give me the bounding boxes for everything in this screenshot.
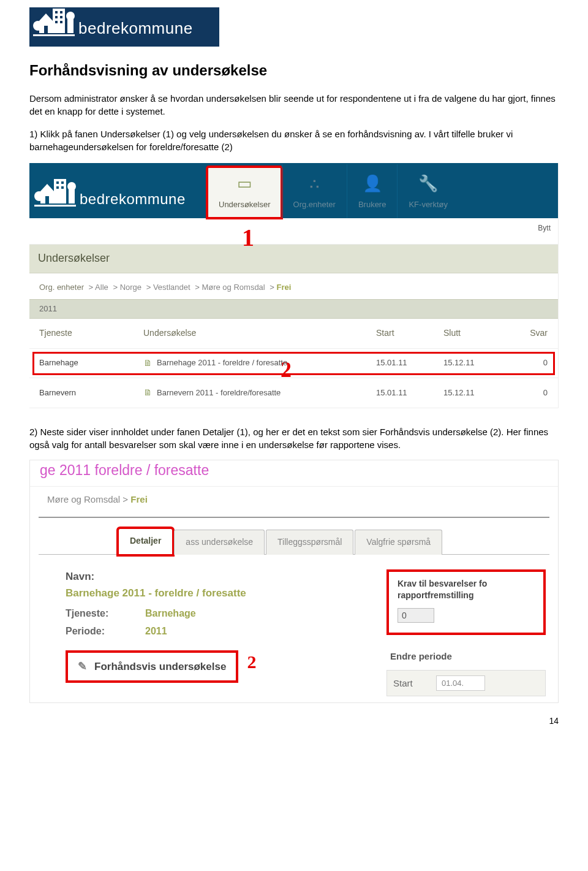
tab-valgfrie[interactable]: Valgfrie spørsmå: [355, 530, 442, 555]
document-icon: 🗎: [143, 357, 152, 370]
svg-point-24: [67, 182, 76, 191]
brand-in-nav: bedrekommune: [29, 178, 207, 218]
svg-point-12: [66, 12, 75, 20]
svg-rect-1: [55, 11, 58, 13]
start-date-input[interactable]: [436, 675, 485, 691]
window-icon: ▭: [237, 172, 252, 194]
svg-rect-15: [56, 181, 59, 184]
tab-kfverktoy[interactable]: 🔧 KF-verktøy: [397, 164, 459, 218]
user-icon: 👤: [363, 172, 382, 194]
tab-detaljer[interactable]: Detaljer 1: [118, 528, 173, 555]
paragraph-1: Dersom administrator ønsker å se hvordan…: [29, 92, 559, 118]
detail-panel: Navn: Barnehage 2011 - foreldre / foresa…: [30, 555, 558, 702]
tab-tillegg[interactable]: Tilleggsspørsmål: [266, 530, 353, 555]
survey-link[interactable]: 🗎 Barnehage 2011 - foreldre / foresatte: [143, 357, 287, 370]
wrench-icon: 🔧: [418, 172, 438, 194]
svg-rect-9: [44, 26, 48, 33]
annotation-1: 1: [242, 221, 254, 255]
svg-rect-5: [55, 21, 58, 23]
document-icon: 🗎: [143, 387, 152, 399]
svg-rect-11: [67, 18, 74, 33]
tab-tilpass[interactable]: ass undersøkelse: [174, 530, 265, 555]
svg-rect-0: [53, 9, 65, 33]
field-periode: Periode: 2011: [66, 625, 362, 638]
page-title: Forhåndsvisning av undersøkelse: [29, 60, 559, 81]
svg-rect-6: [60, 21, 62, 23]
svg-marker-8: [39, 13, 53, 21]
svg-rect-25: [34, 205, 76, 207]
subbar: Bytt: [29, 218, 558, 245]
svg-rect-13: [33, 34, 75, 36]
svg-rect-14: [54, 179, 66, 203]
svg-point-22: [34, 191, 44, 201]
field-navn: Navn:: [66, 569, 362, 584]
response-threshold-box: Krav til besvarelser fo rapportfremstill…: [386, 569, 546, 635]
table-header: Tjeneste Undersøkelse Start Slutt Svar: [29, 319, 558, 349]
detail-tabs: Detaljer 1 ass undersøkelse Tilleggsspør…: [39, 518, 549, 555]
table-row[interactable]: Barnevern 🗎 Barnevern 2011 - foreldre/fo…: [29, 378, 558, 408]
tab-label: Undersøkelser: [219, 199, 271, 210]
brand-logo-icon: [34, 178, 76, 212]
svg-rect-21: [45, 196, 49, 203]
svg-rect-16: [61, 181, 64, 184]
field-navn-value: Barnehage 2011 - foreldre / foresatte: [66, 586, 362, 601]
annotation-2: 2: [247, 649, 256, 675]
svg-rect-17: [56, 186, 59, 189]
survey-title-header: ge 2011 foreldre / foresatte: [30, 460, 558, 487]
tab-label: Org.enheter: [293, 199, 336, 210]
paragraph-3: 2) Neste sider viser innholdet under fan…: [29, 425, 559, 451]
tab-label: KF-verktøy: [409, 199, 448, 210]
brand-text: bedrekommune: [80, 189, 186, 210]
svg-rect-3: [55, 16, 58, 18]
survey-link[interactable]: 🗎 Barnevern 2011 - foreldre/foresatte: [143, 387, 281, 399]
screenshot-2: ge 2011 foreldre / foresatte Møre og Rom…: [29, 460, 559, 703]
threshold-input[interactable]: [398, 608, 434, 623]
preview-survey-button[interactable]: ✎ Forhåndsvis undersøkelse: [66, 650, 238, 683]
edit-icon: ✎: [78, 659, 87, 674]
svg-marker-20: [40, 184, 54, 191]
year-filter[interactable]: 2011: [29, 299, 558, 319]
tab-brukere[interactable]: 👤 Brukere: [347, 164, 398, 218]
table-row[interactable]: Barnehage 🗎 Barnehage 2011 - foreldre / …: [29, 349, 558, 379]
field-tjeneste: Tjeneste: Barnehage: [66, 607, 362, 620]
paragraph-2: 1) Klikk på fanen Undersøkelser (1) og v…: [29, 127, 559, 153]
brand-text: bedrekommune: [78, 17, 193, 39]
orgchart-icon: ⛬: [306, 172, 322, 194]
start-date-row: Start: [386, 670, 546, 696]
tab-label: Brukere: [358, 199, 386, 210]
section-header: Undersøkelser: [29, 245, 558, 273]
svg-point-10: [33, 21, 43, 31]
brand-logo-icon: [33, 7, 75, 42]
svg-rect-4: [60, 16, 62, 18]
svg-rect-18: [61, 186, 64, 189]
brand-banner: bedrekommune: [29, 7, 219, 47]
breadcrumb[interactable]: Møre og Romsdal > Frei: [30, 487, 558, 517]
breadcrumb[interactable]: Org. enheter > Alle > Norge > Vestlandet…: [29, 273, 558, 299]
screenshot-1: bedrekommune ▭ Undersøkelser ⛬ Org.enhet…: [29, 163, 559, 408]
page-number: 14: [29, 715, 559, 728]
svg-rect-23: [69, 189, 75, 203]
svg-rect-2: [60, 11, 62, 13]
change-period-label: Endre periode: [390, 650, 546, 663]
tab-orgenheter[interactable]: ⛬ Org.enheter: [282, 164, 347, 218]
tab-undersokelser[interactable]: ▭ Undersøkelser: [207, 167, 282, 218]
top-nav: bedrekommune ▭ Undersøkelser ⛬ Org.enhet…: [29, 163, 558, 218]
